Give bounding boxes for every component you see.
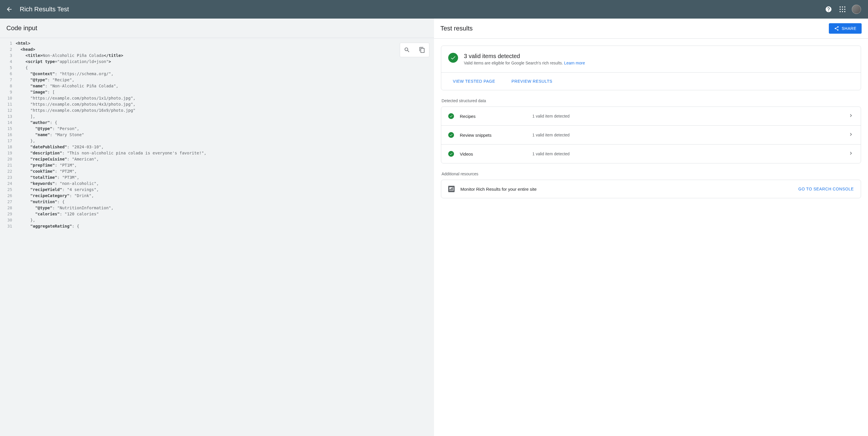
item-count: 1 valid item detected — [532, 114, 848, 118]
view-tested-page-button[interactable]: VIEW TESTED PAGE — [448, 77, 500, 86]
success-icon — [448, 53, 458, 63]
status-subtext: Valid items are eligible for Google Sear… — [464, 61, 585, 65]
chart-icon — [448, 186, 455, 192]
status-card: 3 valid items detected Valid items are e… — [441, 46, 861, 90]
app-title: Rich Results Test — [20, 5, 69, 13]
resources-section-label: Additional resources — [441, 172, 861, 176]
check-icon — [448, 132, 454, 138]
code-input-panel: Code input 12345678910111213141516171819… — [0, 19, 434, 436]
share-label: SHARE — [842, 26, 857, 31]
detected-items-list: Recipes1 valid item detectedReview snipp… — [441, 107, 861, 164]
code-content[interactable]: <html> <head> <title>Non-Alcoholic Piña … — [14, 38, 434, 436]
account-avatar[interactable] — [850, 3, 862, 15]
apps-button[interactable] — [837, 3, 848, 15]
chevron-right-icon — [848, 113, 854, 120]
check-icon — [448, 113, 454, 119]
code-editor[interactable]: 1234567891011121314151617181920212223242… — [0, 38, 434, 436]
detected-item-row[interactable]: Review snippets1 valid item detected — [441, 126, 861, 145]
detected-section-label: Detected structured data — [441, 98, 861, 103]
monitor-text: Monitor Rich Results for your entire sit… — [460, 187, 798, 192]
check-icon — [448, 151, 454, 157]
item-name: Review snippets — [460, 133, 532, 138]
results-panel: Test results SHARE 3 valid items detecte… — [434, 19, 868, 436]
code-input-title: Code input — [6, 24, 428, 32]
item-count: 1 valid item detected — [532, 133, 848, 137]
detected-item-row[interactable]: Videos1 valid item detected — [441, 145, 861, 163]
learn-more-link[interactable]: Learn more — [564, 61, 585, 65]
detected-item-row[interactable]: Recipes1 valid item detected — [441, 107, 861, 126]
line-gutter: 1234567891011121314151617181920212223242… — [0, 38, 14, 436]
code-toolbar — [400, 43, 429, 57]
copy-code-button[interactable] — [415, 43, 429, 57]
share-button[interactable]: SHARE — [829, 23, 862, 34]
results-title: Test results — [440, 25, 829, 32]
chevron-right-icon — [848, 132, 854, 139]
chevron-right-icon — [848, 150, 854, 157]
help-button[interactable] — [823, 3, 834, 15]
item-name: Videos — [460, 151, 532, 156]
search-console-link[interactable]: GO TO SEARCH CONSOLE — [798, 187, 854, 191]
item-count: 1 valid item detected — [532, 151, 848, 156]
search-code-button[interactable] — [400, 43, 414, 57]
back-button[interactable] — [6, 6, 13, 13]
preview-results-button[interactable]: PREVIEW RESULTS — [507, 77, 557, 86]
item-name: Recipes — [460, 114, 532, 119]
resources-card: Monitor Rich Results for your entire sit… — [441, 180, 861, 198]
app-header: Rich Results Test — [0, 0, 868, 19]
status-heading: 3 valid items detected — [464, 53, 585, 59]
